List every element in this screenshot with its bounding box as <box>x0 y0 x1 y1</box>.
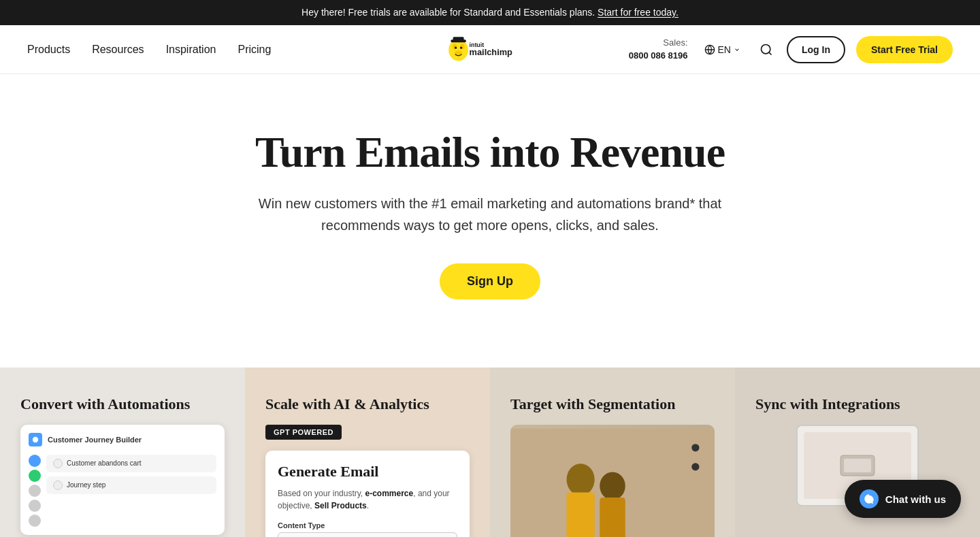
sidebar-dot-blue <box>29 455 41 467</box>
svg-rect-15 <box>567 492 595 537</box>
ai-desc-text3: . <box>367 501 369 510</box>
lang-label: EN <box>718 44 731 55</box>
language-selector[interactable]: EN <box>699 42 746 58</box>
node1-text: Customer abandons cart <box>67 459 142 467</box>
chat-widget[interactable]: Chat with us <box>845 480 961 518</box>
sales-label: Sales: <box>629 37 688 49</box>
sidebar-dot-green <box>29 470 41 482</box>
feature-title-segmentation: Target with Segmentation <box>510 395 715 414</box>
ai-link1[interactable]: e-commerce <box>365 489 414 498</box>
svg-point-16 <box>600 472 625 500</box>
feature-card-ai: Scale with AI & Analytics GPT POWERED Ge… <box>245 368 490 537</box>
automation-header: Customer Journey Builder <box>29 433 216 446</box>
automation-header-text: Customer Journey Builder <box>48 436 142 444</box>
automation-icon <box>29 433 42 446</box>
automation-sidebar: Customer abandons cart Journey step <box>29 455 216 527</box>
svg-point-19 <box>691 463 699 470</box>
feature-title-integrations: Sync with Integrations <box>755 395 960 414</box>
svg-text:mailchimp: mailchimp <box>470 47 512 57</box>
automation-content: Customer abandons cart Journey step <box>46 455 216 527</box>
nav-resources[interactable]: Resources <box>92 38 144 61</box>
sidebar-dot-gray3 <box>29 515 41 527</box>
node-icon2 <box>53 481 63 490</box>
automation-mockup: Customer Journey Builder Customer abando… <box>20 425 225 535</box>
svg-rect-7 <box>453 37 464 41</box>
sales-info: Sales: 0800 086 8196 <box>629 37 688 61</box>
sidebar-icons <box>29 455 41 527</box>
segmentation-image <box>510 425 715 537</box>
ai-link2[interactable]: Sell Products <box>314 501 367 510</box>
feature-title-ai: Scale with AI & Analytics <box>265 395 470 414</box>
svg-point-18 <box>691 444 699 451</box>
automation-node1: Customer abandons cart <box>46 455 216 472</box>
gpt-badge: GPT POWERED <box>265 425 342 440</box>
node2-text: Journey step <box>67 481 105 489</box>
chat-icon <box>864 493 875 504</box>
chevron-down-icon <box>734 46 740 53</box>
ai-desc-text1: Based on your industry, <box>278 489 365 498</box>
signup-button[interactable]: Sign Up <box>440 263 540 299</box>
banner-link[interactable]: Start for free today. <box>598 7 679 18</box>
banner-text: Hey there! Free trials are available for… <box>301 7 595 18</box>
navbar: Products Resources Inspiration Pricing i… <box>0 25 980 74</box>
svg-rect-17 <box>600 498 625 537</box>
automation-node2: Journey step <box>46 476 216 494</box>
chat-avatar <box>860 489 879 508</box>
svg-point-3 <box>455 46 457 48</box>
svg-point-4 <box>460 46 462 48</box>
sales-number[interactable]: 0800 086 8196 <box>629 50 688 62</box>
logo[interactable]: intuit mailchimp <box>441 35 539 65</box>
ai-field-input[interactable] <box>278 532 457 537</box>
login-button[interactable]: Log In <box>787 36 845 63</box>
nav-right: Sales: 0800 086 8196 EN Log In Start Fre… <box>629 36 953 63</box>
svg-point-11 <box>761 44 770 53</box>
svg-point-12 <box>33 437 38 442</box>
hero-section: Turn Emails into Revenue Win new custome… <box>184 74 796 340</box>
ai-card-title: Generate Email <box>278 463 457 481</box>
ai-field-label: Content Type <box>278 521 457 530</box>
hero-subtitle: Win new customers with the #1 email mark… <box>252 193 728 236</box>
svg-point-14 <box>567 463 595 495</box>
start-free-trial-button[interactable]: Start Free Trial <box>856 36 953 63</box>
nav-products[interactable]: Products <box>27 38 70 61</box>
svg-rect-21 <box>844 459 871 472</box>
svg-point-0 <box>448 39 468 61</box>
feature-card-automations: Convert with Automations Customer Journe… <box>0 368 245 537</box>
search-icon <box>760 43 773 56</box>
feature-grid: Convert with Automations Customer Journe… <box>0 368 980 537</box>
feature-title-automations: Convert with Automations <box>20 395 225 414</box>
feature-card-segmentation: Target with Segmentation <box>490 368 735 537</box>
search-button[interactable] <box>757 40 776 59</box>
laptop-content-icon <box>837 452 878 479</box>
ai-generate-card: Generate Email Based on your industry, e… <box>265 451 470 537</box>
chat-label: Chat with us <box>885 493 946 505</box>
sidebar-dot-gray <box>29 485 41 497</box>
sidebar-dot-gray2 <box>29 500 41 512</box>
top-banner: Hey there! Free trials are available for… <box>0 0 980 25</box>
ai-card-desc: Based on your industry, e-commerce, and … <box>278 487 457 512</box>
segmentation-illustration <box>510 425 715 537</box>
nav-inspiration[interactable]: Inspiration <box>166 38 216 61</box>
nav-left: Products Resources Inspiration Pricing <box>27 38 271 61</box>
nav-pricing[interactable]: Pricing <box>238 38 271 61</box>
node-icon1 <box>53 459 63 468</box>
hero-title: Turn Emails into Revenue <box>211 129 769 176</box>
globe-icon <box>704 44 715 55</box>
